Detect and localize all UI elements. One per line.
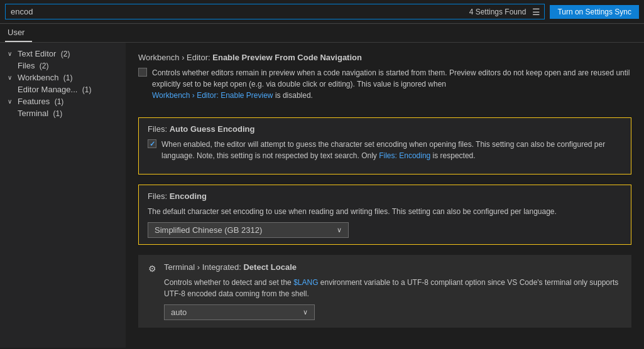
menu-icon[interactable]: ☰ bbox=[528, 6, 544, 18]
checkbox-row: When enabled, the editor will attempt to… bbox=[148, 139, 622, 165]
sidebar-item-terminal[interactable]: Terminal (1) bbox=[0, 107, 126, 119]
main-layout: ∨ Text Editor (2) Files (2) ∨ Workbench … bbox=[0, 43, 644, 348]
sidebar-item-count: (2) bbox=[58, 50, 70, 58]
setting-description: Controls whether to detect and set the $… bbox=[164, 277, 621, 299]
sidebar-item-label: Workbench bbox=[18, 73, 59, 82]
search-input[interactable] bbox=[6, 4, 469, 19]
setting-files-encoding: Files: Encoding The default character se… bbox=[138, 185, 631, 245]
locale-dropdown[interactable]: auto ∨ bbox=[164, 304, 315, 320]
content-area: Workbench › Editor: Enable Preview From … bbox=[126, 43, 644, 348]
sidebar-item-count: (1) bbox=[52, 97, 63, 106]
sidebar-item-label: Terminal bbox=[18, 109, 48, 118]
tab-row: User bbox=[0, 24, 644, 43]
sidebar-item-count: (1) bbox=[62, 73, 73, 82]
gear-icon[interactable]: ⚙ bbox=[148, 264, 156, 274]
workbench-enable-preview-link[interactable]: Workbench › Editor: Enable Preview bbox=[152, 91, 273, 100]
setting-description: When enabled, the editor will attempt to… bbox=[161, 139, 622, 161]
sidebar-item-count: (1) bbox=[51, 109, 62, 118]
setting-enable-preview: Workbench › Editor: Enable Preview From … bbox=[138, 53, 631, 105]
chevron-down-icon: ∨ bbox=[8, 98, 15, 105]
encoding-dropdown-value: Simplified Chinese (GB 2312) bbox=[155, 225, 262, 235]
sidebar-item-features[interactable]: ∨ Features (1) bbox=[0, 95, 126, 107]
sidebar-item-label: Features bbox=[18, 97, 50, 106]
setting-title: Files: Encoding bbox=[148, 191, 622, 201]
setting-title: Terminal › Integrated: Detect Locale bbox=[164, 262, 621, 272]
sidebar-item-label: Editor Manage... bbox=[18, 85, 77, 94]
sidebar-item-files[interactable]: Files (2) bbox=[0, 60, 126, 72]
env-var: $LANG bbox=[293, 278, 318, 287]
chevron-down-icon: ∨ bbox=[337, 226, 342, 234]
setting-description: Controls whether editors remain in previ… bbox=[152, 67, 631, 101]
locale-dropdown-value: auto bbox=[171, 308, 187, 317]
sidebar-item-workbench[interactable]: ∨ Workbench (1) bbox=[0, 72, 126, 83]
checkbox-auto-guess[interactable] bbox=[148, 139, 156, 148]
checkbox-enable-preview[interactable] bbox=[138, 68, 147, 77]
setting-detect-locale: ⚙ Terminal › Integrated: Detect Locale C… bbox=[138, 255, 631, 328]
chevron-down-icon: ∨ bbox=[303, 308, 308, 316]
sidebar-item-label: Text Editor bbox=[18, 49, 56, 58]
encoding-dropdown[interactable]: Simplified Chinese (GB 2312) ∨ bbox=[148, 222, 349, 238]
search-results-count: 4 Settings Found bbox=[469, 8, 529, 16]
setting-auto-guess-encoding: Files: Files: Auto Guess EncodingAuto Gu… bbox=[138, 117, 631, 174]
terminal-content: Terminal › Integrated: Detect Locale Con… bbox=[164, 262, 621, 320]
setting-description: The default character set encoding to us… bbox=[148, 206, 622, 217]
tab-user[interactable]: User bbox=[5, 24, 32, 42]
sidebar: ∨ Text Editor (2) Files (2) ∨ Workbench … bbox=[0, 43, 126, 348]
sidebar-item-count: (1) bbox=[80, 85, 91, 94]
checkbox-row: Controls whether editors remain in previ… bbox=[138, 67, 631, 105]
search-input-wrapper: 4 Settings Found ☰ bbox=[5, 4, 545, 19]
sync-button[interactable]: Turn on Settings Sync bbox=[550, 5, 639, 19]
setting-title: Files: Files: Auto Guess EncodingAuto Gu… bbox=[148, 124, 622, 134]
sidebar-item-count: (2) bbox=[37, 62, 48, 70]
sidebar-item-text-editor[interactable]: ∨ Text Editor (2) bbox=[0, 48, 126, 60]
chevron-down-icon: ∨ bbox=[8, 74, 15, 81]
search-bar: 4 Settings Found ☰ Turn on Settings Sync bbox=[0, 0, 644, 24]
chevron-down-icon: ∨ bbox=[8, 50, 15, 57]
setting-title: Workbench › Editor: Enable Preview From … bbox=[138, 53, 631, 62]
sidebar-item-label: Files bbox=[18, 61, 35, 70]
sidebar-item-editor-manage[interactable]: Editor Manage... (1) bbox=[0, 83, 126, 95]
files-encoding-link[interactable]: Files: Encoding bbox=[379, 151, 430, 160]
